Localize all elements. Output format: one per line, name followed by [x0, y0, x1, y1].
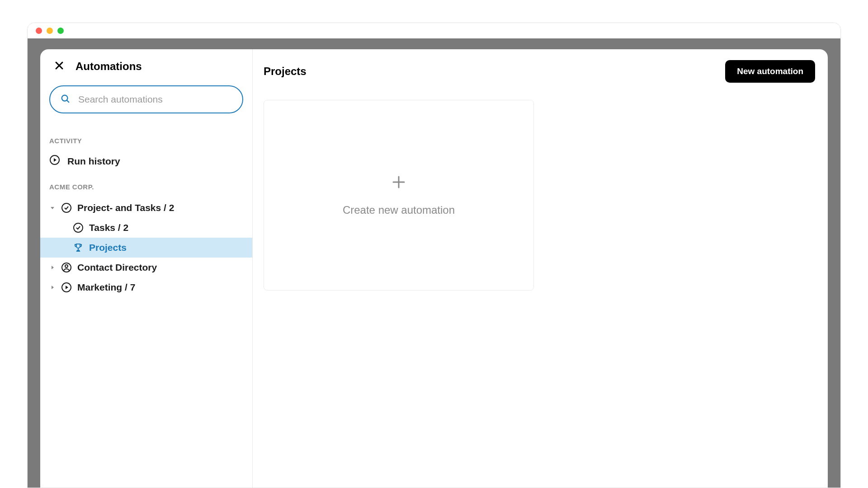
main-header: Projects New automation: [253, 49, 828, 91]
sidebar-title: Automations: [75, 60, 142, 73]
workspace-tree: Project- and Tasks / 2 Tasks / 2: [40, 196, 252, 297]
user-circle-icon: [61, 262, 72, 273]
tree-item-projects[interactable]: Projects: [40, 238, 252, 258]
main-panel: Projects New automation Create new autom…: [253, 49, 828, 488]
close-icon: [54, 60, 65, 73]
workspace-section-label: ACME CORP.: [40, 172, 252, 196]
tree-item-label: Projects: [89, 242, 127, 253]
svg-point-7: [62, 203, 71, 212]
window-close-button[interactable]: [36, 28, 42, 34]
svg-marker-15: [66, 286, 68, 289]
tree-item-contact-directory[interactable]: Contact Directory: [40, 258, 252, 277]
search-icon: [60, 94, 70, 105]
new-automation-button[interactable]: New automation: [725, 60, 815, 83]
chevron-right-icon: [49, 285, 56, 290]
main-content: Create new automation: [253, 91, 828, 300]
tree-item-tasks[interactable]: Tasks / 2: [40, 218, 252, 238]
tree-item-label: Tasks / 2: [89, 222, 128, 233]
tree-item-label: Marketing / 7: [77, 282, 135, 293]
sidebar: Automations ACTIVITY: [40, 49, 253, 488]
page-title: Projects: [264, 65, 307, 78]
window-titlebar: [28, 23, 840, 38]
window-zoom-button[interactable]: [57, 28, 64, 34]
svg-point-12: [65, 265, 68, 267]
app-body: Automations ACTIVITY: [28, 38, 840, 488]
check-circle-icon: [73, 222, 84, 233]
tree-item-label: Contact Directory: [77, 262, 157, 273]
svg-marker-6: [51, 207, 54, 209]
run-history-label: Run history: [67, 156, 120, 167]
close-button[interactable]: [53, 60, 66, 73]
svg-marker-5: [54, 158, 57, 162]
play-circle-icon: [61, 282, 72, 293]
tree-item-project-tasks[interactable]: Project- and Tasks / 2: [40, 198, 252, 218]
trophy-icon: [73, 242, 84, 253]
check-circle-icon: [61, 202, 72, 213]
app-window: Automations ACTIVITY: [27, 23, 841, 488]
activity-section-label: ACTIVITY: [40, 126, 252, 150]
create-card-label: Create new automation: [343, 204, 455, 216]
svg-line-3: [67, 100, 69, 103]
create-automation-card[interactable]: Create new automation: [264, 100, 534, 291]
tree-item-marketing[interactable]: Marketing / 7: [40, 277, 252, 297]
chevron-down-icon: [49, 205, 56, 211]
search-container: [40, 81, 252, 126]
automations-panel: Automations ACTIVITY: [40, 49, 828, 488]
run-history-item[interactable]: Run history: [40, 150, 252, 172]
play-circle-icon: [49, 155, 60, 168]
window-minimize-button[interactable]: [47, 28, 53, 34]
sidebar-header: Automations: [40, 49, 252, 81]
svg-marker-10: [52, 266, 54, 269]
search-box[interactable]: [49, 85, 243, 113]
search-input[interactable]: [78, 94, 232, 105]
svg-marker-13: [52, 286, 54, 289]
plus-icon: [391, 174, 407, 192]
svg-point-8: [74, 223, 83, 232]
chevron-right-icon: [49, 265, 56, 270]
tree-item-label: Project- and Tasks / 2: [77, 202, 174, 213]
